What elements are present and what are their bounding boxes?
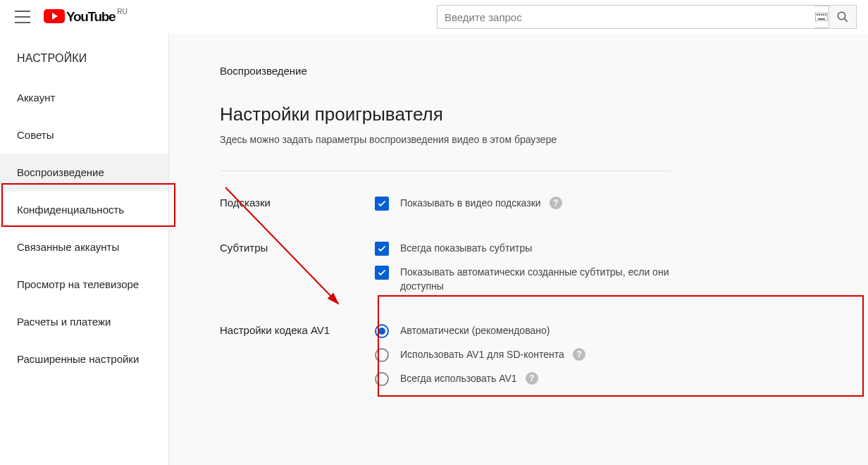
option-label: Показывать в видео подсказки xyxy=(400,197,541,211)
sidebar-item-advanced[interactable]: Расширенные настройки xyxy=(0,340,168,378)
svg-rect-5 xyxy=(825,14,826,16)
option-row: Всегда использовать AV1 ? xyxy=(375,372,851,386)
page-subtitle: Здесь можно задать параметры воспроизвед… xyxy=(220,134,851,145)
settings-sidebar: НАСТРОЙКИ Аккаунт Советы Воспроизведение… xyxy=(0,34,169,465)
option-label: Показывать автоматически созданные субти… xyxy=(400,266,682,293)
svg-rect-0 xyxy=(815,13,828,21)
section-av1: Настройки кодека AV1 Автоматически (реко… xyxy=(220,324,851,396)
check-icon xyxy=(377,199,387,209)
youtube-logo[interactable]: YouTube RU xyxy=(44,9,128,25)
svg-point-7 xyxy=(838,12,845,20)
help-icon[interactable]: ? xyxy=(573,348,585,361)
sidebar-item-linked-accounts[interactable]: Связанные аккаунты xyxy=(0,228,168,266)
av1-sd-radio[interactable] xyxy=(375,348,389,362)
logo-region: RU xyxy=(117,8,127,16)
search-icon xyxy=(836,11,849,23)
check-icon xyxy=(377,244,387,254)
help-icon[interactable]: ? xyxy=(550,197,562,209)
svg-rect-1 xyxy=(817,14,818,16)
svg-line-8 xyxy=(844,18,848,22)
topbar: YouTube RU xyxy=(0,0,868,34)
option-row: Использовать AV1 для SD-контента ? xyxy=(375,348,851,362)
sidebar-item-playback[interactable]: Воспроизведение xyxy=(0,154,168,191)
option-row: Всегда показывать субтитры xyxy=(375,242,851,256)
hints-label: Подсказки xyxy=(220,197,375,209)
show-hints-checkbox[interactable] xyxy=(375,197,389,211)
search-button[interactable] xyxy=(829,5,857,29)
virtual-keyboard-button[interactable] xyxy=(814,6,829,28)
subtitles-label: Субтитры xyxy=(220,242,375,254)
section-subtitles: Субтитры Всегда показывать субтитры Пока… xyxy=(220,242,851,303)
svg-rect-3 xyxy=(821,14,822,16)
divider xyxy=(220,170,671,171)
sidebar-item-account[interactable]: Аккаунт xyxy=(0,79,168,116)
page-title: Настройки проигрывателя xyxy=(220,104,851,125)
option-row: Показывать автоматически созданные субти… xyxy=(375,266,851,293)
option-label: Автоматически (рекомендовано) xyxy=(400,324,550,338)
av1-always-radio[interactable] xyxy=(375,372,389,386)
search-container xyxy=(437,5,857,29)
breadcrumb: Воспроизведение xyxy=(220,65,851,77)
option-label: Всегда показывать субтитры xyxy=(400,242,532,256)
section-hints: Подсказки Показывать в видео подсказки ? xyxy=(220,197,851,221)
svg-rect-2 xyxy=(819,14,820,16)
menu-button[interactable] xyxy=(8,3,37,31)
svg-rect-4 xyxy=(823,14,824,16)
logo-text: YouTube xyxy=(66,9,115,25)
auto-subtitles-checkbox[interactable] xyxy=(375,266,389,280)
sidebar-item-tv[interactable]: Просмотр на телевизоре xyxy=(0,266,168,303)
check-icon xyxy=(377,268,387,278)
layout: НАСТРОЙКИ Аккаунт Советы Воспроизведение… xyxy=(0,34,868,465)
sidebar-item-tips[interactable]: Советы xyxy=(0,116,168,154)
search-input[interactable] xyxy=(437,5,833,29)
av1-auto-radio[interactable] xyxy=(375,324,389,338)
sidebar-item-billing[interactable]: Расчеты и платежи xyxy=(0,303,168,340)
hamburger-icon xyxy=(15,11,30,23)
option-row: Автоматически (рекомендовано) xyxy=(375,324,851,338)
option-label: Всегда использовать AV1 xyxy=(400,372,517,386)
main-content: Воспроизведение Настройки проигрывателя … xyxy=(169,34,868,465)
always-show-subtitles-checkbox[interactable] xyxy=(375,242,389,256)
keyboard-icon xyxy=(815,13,828,21)
option-row: Показывать в видео подсказки ? xyxy=(375,197,851,211)
youtube-play-icon xyxy=(44,9,65,23)
option-label: Использовать AV1 для SD-контента xyxy=(400,348,564,362)
help-icon[interactable]: ? xyxy=(526,372,538,385)
sidebar-item-privacy[interactable]: Конфиденциальность xyxy=(0,191,168,228)
svg-rect-6 xyxy=(818,18,825,20)
av1-label: Настройки кодека AV1 xyxy=(220,324,375,336)
sidebar-title: НАСТРОЙКИ xyxy=(0,48,168,79)
